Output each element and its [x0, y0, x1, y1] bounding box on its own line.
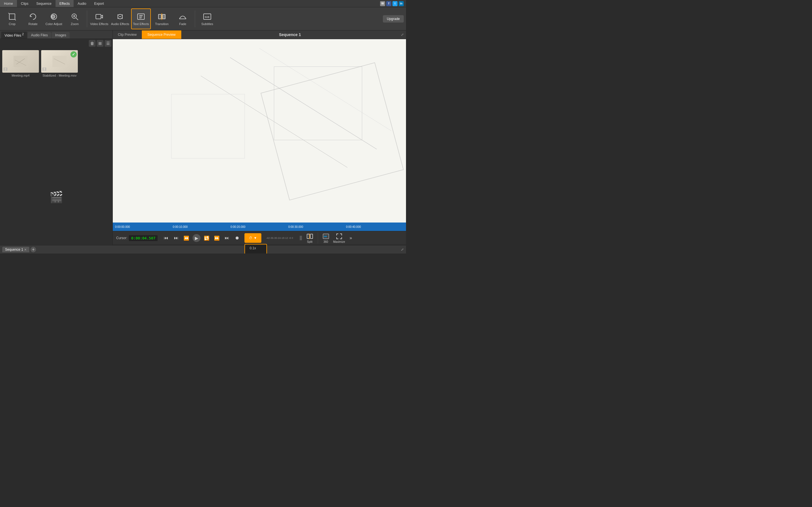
toolbar: Crop Rotate Color Adjust Zoom Video — [0, 7, 406, 31]
tab-clip-preview[interactable]: Clip Preview — [113, 31, 142, 38]
sequence-tab-1[interactable]: Sequence 1 × — [2, 247, 29, 252]
svg-line-2 — [15, 19, 16, 20]
svg-line-5 — [76, 18, 78, 20]
speed-icon: ⏱ — [249, 236, 252, 240]
svg-rect-0 — [9, 14, 15, 19]
transition-tool-button[interactable]: Transition — [152, 8, 172, 29]
sequence-tab-close-icon[interactable]: × — [24, 247, 27, 252]
main-content: Video Files 2 Audio Files Images 🗑 ⊞ ☰ — [0, 31, 406, 245]
ruler-mark-10: 0:00:10.000 — [173, 225, 231, 228]
clips-grid: 🎞 Meeting.mp4 ✓ 🎞 Stabilized - Meeti — [0, 48, 112, 149]
tab-images[interactable]: Images — [52, 32, 69, 38]
preview-video-frame — [113, 39, 406, 223]
prev-clip-button[interactable]: ⏭ — [172, 234, 180, 242]
speed-button[interactable]: ⏱ ▼ — [245, 233, 261, 243]
social-twitter-icon[interactable]: t — [393, 1, 398, 6]
expand-preview-icon[interactable]: ⤢ — [399, 32, 406, 38]
ruler-marks: 0:00:00.000 0:00:10.000 0:00:20.000 0:00… — [115, 225, 404, 228]
crop-tool-button[interactable]: Crop — [2, 8, 22, 29]
panel-tabs: Video Files 2 Audio Files Images — [0, 31, 112, 39]
step-forward-button[interactable]: ⏩ — [213, 234, 221, 242]
sequence-tabs-bar: Sequence 1 × + ⤢ — [0, 245, 406, 253]
svg-rect-27 — [113, 39, 406, 223]
cursor-label: Cursor: — [116, 236, 127, 240]
upgrade-button[interactable]: Upgrade — [383, 15, 404, 22]
list-item[interactable]: ✓ 🎞 Stabilized - Meeting.mov — [41, 50, 78, 147]
maximize-button[interactable]: Maximize — [333, 233, 345, 243]
vumeter-bar — [294, 236, 296, 238]
zoom-tool-button[interactable]: Zoom — [65, 8, 85, 29]
preview-content — [113, 39, 406, 223]
toolbar-separator-1 — [87, 10, 87, 27]
menu-bar: Home Clips Sequence Effects Audio Export… — [0, 0, 406, 7]
loop-button[interactable]: 🔁 — [203, 234, 211, 242]
ruler-mark-40: 0:00:40.000 — [346, 225, 404, 228]
vumeter-bar — [300, 236, 302, 240]
menu-sequence[interactable]: Sequence — [33, 0, 56, 7]
tab-video-files[interactable]: Video Files 2 — [1, 32, 27, 39]
video-effects-tool-button[interactable]: Video Effects — [89, 8, 109, 29]
view-list-button[interactable]: ☰ — [105, 40, 111, 47]
sequence-tab-label: Sequence 1 — [5, 247, 23, 251]
film-icon: 🎞 — [42, 67, 46, 71]
preview-timeline-ruler[interactable]: 0:00:00.000 0:00:10.000 0:00:20.000 0:00… — [113, 223, 406, 231]
record-button[interactable]: ⏺ — [233, 234, 241, 242]
menu-clips[interactable]: Clips — [17, 0, 33, 7]
360-button[interactable]: 360 360 — [322, 233, 329, 243]
ruler-mark-0: 0:00:00.000 — [115, 225, 173, 228]
menu-audio[interactable]: Audio — [73, 0, 90, 7]
skip-to-start-button[interactable]: ⏮ — [162, 234, 170, 242]
step-back-button[interactable]: ⏪ — [183, 234, 190, 242]
fade-tool-button[interactable]: Fade — [173, 8, 193, 29]
delete-clip-button[interactable]: 🗑 — [89, 40, 96, 47]
speed-control: ⏱ ▼ 0.1x 0.2x 0.5x ✓ 1x 1.5x 2x 3x 5x — [245, 233, 261, 243]
vu-meter: -42-36-30-24-18-12 -6 0 — [266, 236, 302, 240]
vumeter-bars — [294, 236, 302, 240]
split-label: Split — [307, 240, 312, 243]
menu-home[interactable]: Home — [0, 0, 17, 7]
expand-timeline-button[interactable]: » — [350, 235, 352, 240]
clip-check-icon: ✓ — [70, 51, 77, 57]
clip-name: Stabilized - Meeting.mov — [43, 74, 77, 77]
color-adjust-tool-button[interactable]: Color Adjust — [44, 8, 64, 29]
tab-audio-files[interactable]: Audio Files — [28, 32, 51, 38]
svg-text:SUB: SUB — [205, 16, 209, 18]
vumeter-label: -42-36-30-24-18-12 -6 0 — [266, 237, 293, 239]
playback-separator — [318, 232, 318, 244]
svg-rect-17 — [162, 14, 165, 19]
svg-text:360: 360 — [324, 235, 327, 237]
split-button[interactable]: Split — [306, 233, 313, 243]
speed-value: ▼ — [253, 236, 257, 240]
vumeter-bar — [297, 236, 299, 239]
preview-panel: Clip Preview Sequence Preview Sequence 1… — [113, 31, 406, 245]
ruler-mark-30: 0:00:30.000 — [288, 225, 346, 228]
add-clip-icon: 🎬 — [49, 190, 63, 204]
social-linkedin-icon[interactable]: in — [399, 1, 404, 6]
subtitles-tool-button[interactable]: SUB Subtitles — [197, 8, 217, 29]
menu-export[interactable]: Export — [90, 0, 108, 7]
tab-sequence-preview[interactable]: Sequence Preview — [142, 31, 181, 39]
expand-sequence-icon[interactable]: ⤢ — [401, 247, 404, 251]
rotate-tool-button[interactable]: Rotate — [23, 8, 43, 29]
film-icon: 🎞 — [3, 67, 7, 71]
view-grid-button[interactable]: ⊞ — [97, 40, 103, 47]
list-item[interactable]: 🎞 Meeting.mp4 — [2, 50, 39, 147]
menu-bar-right: W f t in — [380, 1, 406, 6]
social-website-icon[interactable]: W — [380, 1, 385, 6]
speed-option-01x[interactable]: 0.1x — [245, 244, 266, 252]
sequence-title: Sequence 1 — [181, 33, 399, 37]
text-effects-tool-button[interactable]: Text Effects — [131, 8, 151, 29]
skip-to-end-button[interactable]: ⏭ — [223, 234, 231, 242]
add-sequence-button[interactable]: + — [31, 247, 36, 252]
preview-tabs: Clip Preview Sequence Preview Sequence 1… — [113, 31, 406, 39]
play-pause-button[interactable]: ▶ — [193, 234, 200, 242]
speed-option-02x[interactable]: 0.2x — [245, 252, 266, 253]
social-facebook-icon[interactable]: f — [386, 1, 391, 6]
timecode-display: 0:00:04.507 — [129, 235, 158, 241]
clip-thumbnail: 🎞 — [2, 50, 39, 73]
clip-name: Meeting.mp4 — [11, 74, 30, 77]
360-label: 360 — [323, 240, 328, 243]
maximize-label: Maximize — [333, 240, 345, 243]
menu-effects[interactable]: Effects — [56, 0, 73, 7]
audio-effects-tool-button[interactable]: Audio Effects — [110, 8, 130, 29]
